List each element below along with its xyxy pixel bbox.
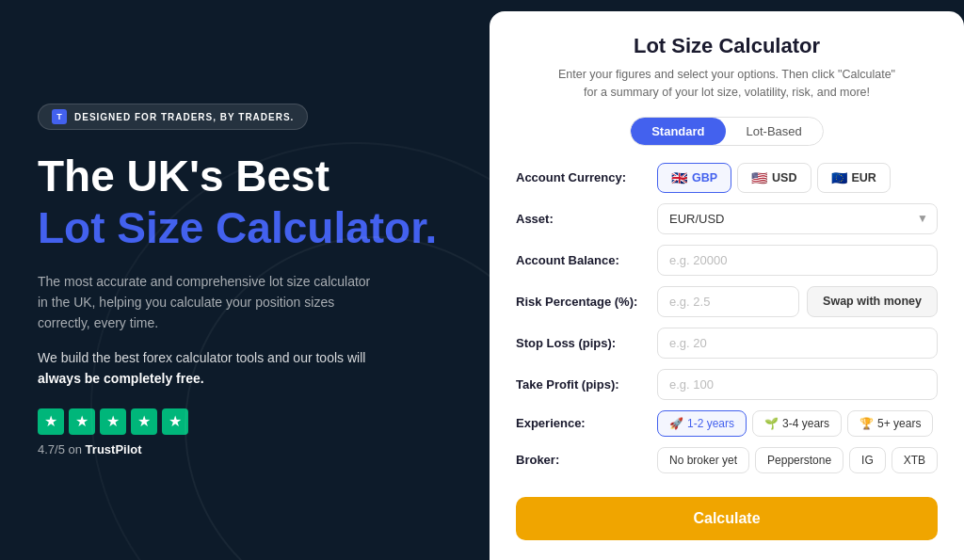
left-panel: T DESIGNED FOR TRADERS, BY TRADERS. The … [0, 0, 490, 560]
asset-row: Asset: EUR/USD GBP/USD USD/JPY AUD/USD ▼ [516, 203, 938, 234]
currency-eur[interactable]: 🇪🇺 EUR [817, 163, 891, 193]
exp-3-4-icon: 🌱 [764, 417, 779, 430]
badge: T DESIGNED FOR TRADERS, BY TRADERS. [38, 104, 308, 130]
take-profit-input-wrapper [657, 369, 938, 400]
currency-gbp[interactable]: 🇬🇧 GBP [657, 163, 731, 193]
broker-group: No broker yet Pepperstone IG XTB Vantage… [657, 447, 938, 473]
exp-1-2-icon: 🚀 [669, 417, 683, 430]
account-balance-label: Account Balance: [516, 253, 657, 267]
account-balance-input[interactable] [657, 245, 938, 276]
broker-label: Broker: [516, 453, 657, 467]
take-profit-label: Take Profit (pips): [516, 377, 657, 392]
experience-label: Experience: [516, 416, 657, 430]
gbp-flag: 🇬🇧 [671, 170, 687, 185]
tab-toggle: Standard Lot-Based [630, 117, 824, 146]
calculator-title: Lot Size Calculator [516, 34, 938, 58]
exp-3-4-label: 3-4 years [782, 417, 829, 430]
broker-no-broker[interactable]: No broker yet [657, 447, 749, 473]
asset-select[interactable]: EUR/USD GBP/USD USD/JPY AUD/USD [657, 203, 938, 234]
usd-label: USD [772, 171, 796, 184]
exp-5-plus-label: 5+ years [877, 417, 921, 430]
risk-group: Swap with money [657, 286, 938, 317]
experience-3-4-years[interactable]: 🌱 3-4 years [752, 410, 842, 437]
broker-row: Broker: No broker yet Pepperstone IG XTB… [516, 447, 938, 473]
trustpilot-brand: TrustPilot [86, 442, 142, 456]
stop-loss-label: Stop Loss (pips): [516, 336, 657, 350]
account-balance-row: Account Balance: [516, 245, 938, 276]
gbp-label: GBP [692, 171, 717, 184]
description2: We build the best forex calculator tools… [38, 347, 377, 390]
broker-xtb[interactable]: XTB [892, 447, 938, 473]
description1: The most accurate and comprehensive lot … [38, 271, 377, 334]
take-profit-input[interactable] [657, 369, 938, 400]
broker-pepperstone[interactable]: Pepperstone [755, 447, 844, 473]
headline-white: The UK's Best [38, 152, 452, 200]
asset-select-wrapper: EUR/USD GBP/USD USD/JPY AUD/USD ▼ [657, 203, 938, 234]
star-1: ★ [38, 408, 64, 435]
currency-group: 🇬🇧 GBP 🇺🇸 USD 🇪🇺 EUR [657, 163, 938, 193]
star-4: ★ [131, 408, 157, 435]
account-currency-label: Account Currency: [516, 170, 657, 184]
star-2: ★ [69, 408, 95, 435]
headline-blue: Lot Size Calculator. [38, 204, 452, 252]
star-3: ★ [100, 408, 126, 435]
exp-1-2-label: 1-2 years [687, 417, 734, 430]
account-currency-row: Account Currency: 🇬🇧 GBP 🇺🇸 USD 🇪🇺 EUR [516, 163, 938, 193]
risk-percentage-row: Risk Percentage (%): Swap with money [516, 286, 938, 317]
calculator-subtitle: Enter your figures and select your optio… [557, 66, 896, 102]
tab-standard[interactable]: Standard [631, 118, 725, 145]
calculate-button[interactable]: Calculate [516, 497, 938, 540]
swap-with-money-button[interactable]: Swap with money [807, 286, 938, 317]
account-balance-input-wrapper [657, 245, 938, 276]
badge-icon: T [52, 109, 67, 124]
stop-loss-input-wrapper [657, 328, 938, 359]
calculator-panel: Lot Size Calculator Enter your figures a… [490, 11, 964, 560]
broker-ig[interactable]: IG [849, 447, 886, 473]
currency-usd[interactable]: 🇺🇸 USD [737, 163, 811, 193]
experience-1-2-years[interactable]: 🚀 1-2 years [657, 410, 747, 437]
star-5: ★ [162, 408, 188, 435]
risk-percentage-input[interactable] [657, 286, 799, 317]
stop-loss-input[interactable] [657, 328, 938, 359]
stop-loss-row: Stop Loss (pips): [516, 328, 938, 359]
experience-group: 🚀 1-2 years 🌱 3-4 years 🏆 5+ years [657, 410, 938, 437]
take-profit-row: Take Profit (pips): [516, 369, 938, 400]
risk-percentage-label: Risk Percentage (%): [516, 295, 657, 309]
experience-5-plus-years[interactable]: 🏆 5+ years [847, 410, 933, 437]
usd-flag: 🇺🇸 [751, 170, 767, 185]
star-rating: ★ ★ ★ ★ ★ [38, 408, 452, 435]
eur-flag: 🇪🇺 [831, 170, 847, 185]
badge-text: DESIGNED FOR TRADERS, BY TRADERS. [74, 112, 294, 122]
trustpilot-text: 4.7/5 on TrustPilot [38, 442, 452, 456]
asset-label: Asset: [516, 212, 657, 226]
experience-row: Experience: 🚀 1-2 years 🌱 3-4 years 🏆 5+… [516, 410, 938, 437]
exp-5-plus-icon: 🏆 [860, 417, 874, 430]
eur-label: EUR [852, 171, 876, 184]
bold-text: always be completely free. [38, 371, 204, 386]
tab-lot-based[interactable]: Lot-Based [726, 118, 823, 145]
